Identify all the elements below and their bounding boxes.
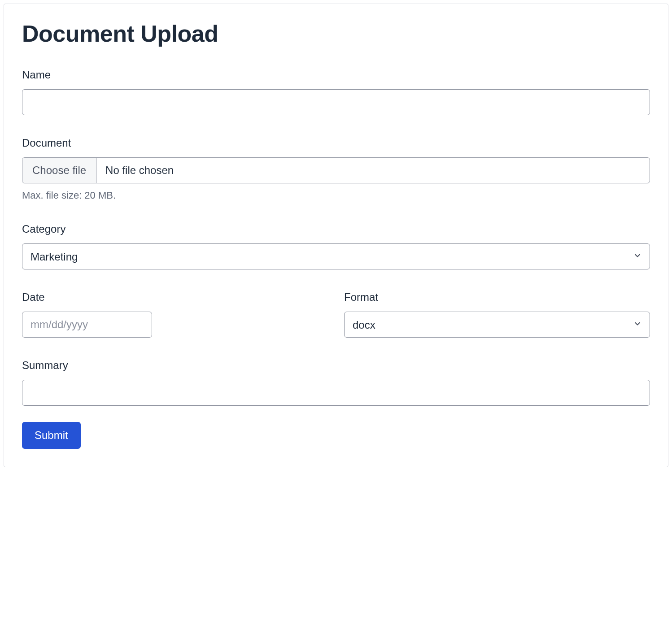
format-select-wrapper: docx <box>344 312 650 338</box>
choose-file-button[interactable]: Choose file <box>22 158 96 183</box>
file-chosen-status: No file chosen <box>96 158 650 183</box>
date-field-group: Date <box>22 291 328 338</box>
page-title: Document Upload <box>22 20 650 47</box>
file-input-wrapper: Choose file No file chosen <box>22 157 650 183</box>
summary-label: Summary <box>22 359 650 372</box>
submit-button[interactable]: Submit <box>22 422 81 449</box>
category-select-wrapper: Marketing <box>22 243 650 269</box>
file-size-hint: Max. file size: 20 MB. <box>22 190 650 201</box>
category-label: Category <box>22 223 650 235</box>
date-input[interactable] <box>22 312 152 338</box>
name-input[interactable] <box>22 89 650 115</box>
name-label: Name <box>22 69 650 81</box>
date-label: Date <box>22 291 328 304</box>
format-select[interactable]: docx <box>344 312 650 338</box>
document-field-group: Document Choose file No file chosen Max.… <box>22 137 650 201</box>
format-label: Format <box>344 291 650 304</box>
summary-field-group: Summary <box>22 359 650 406</box>
date-format-row: Date Format docx <box>22 291 650 338</box>
format-field-group: Format docx <box>344 291 650 338</box>
name-field-group: Name <box>22 69 650 115</box>
document-label: Document <box>22 137 650 149</box>
category-select[interactable]: Marketing <box>22 243 650 269</box>
summary-input[interactable] <box>22 380 650 406</box>
document-upload-form: Document Upload Name Document Choose fil… <box>4 4 668 467</box>
category-field-group: Category Marketing <box>22 223 650 269</box>
